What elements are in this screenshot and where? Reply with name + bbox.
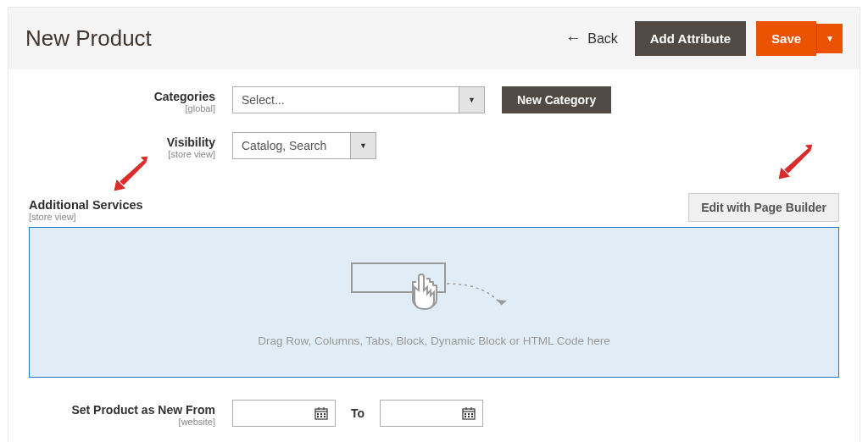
calendar-icon: [462, 406, 476, 420]
svg-rect-12: [317, 413, 319, 415]
svg-marker-5: [784, 145, 812, 174]
annotation-arrow-icon: [112, 154, 151, 193]
save-dropdown-button[interactable]: ▼: [816, 24, 843, 53]
categories-label: Categories: [29, 90, 215, 103]
svg-rect-16: [320, 416, 322, 417]
categories-select-toggle[interactable]: ▼: [459, 86, 485, 113]
annotation-arrow-icon: [776, 142, 815, 181]
back-label: Back: [587, 31, 618, 47]
page-title: New Product: [25, 25, 565, 52]
svg-rect-26: [468, 416, 470, 417]
svg-rect-14: [324, 413, 326, 415]
svg-rect-24: [471, 413, 473, 415]
chevron-down-icon: ▼: [468, 96, 476, 104]
additional-services-header: Additional Services [store view] Edit wi…: [29, 193, 839, 222]
date-to-picker-button[interactable]: [457, 406, 481, 420]
svg-rect-13: [320, 413, 322, 415]
date-from-input[interactable]: [233, 403, 309, 423]
additional-services-label-col: Additional Services [store view]: [29, 198, 143, 222]
chevron-down-icon: ▼: [359, 141, 367, 150]
date-to-input[interactable]: [381, 403, 457, 423]
additional-services-label: Additional Services: [29, 198, 143, 212]
set-new-label-col: Set Product as New From [website]: [29, 400, 232, 427]
back-button[interactable]: ← Back: [565, 30, 618, 47]
calendar-icon: [314, 406, 328, 420]
visibility-select[interactable]: Catalog, Search ▼: [232, 132, 376, 159]
set-new-row: Set Product as New From [website] To: [29, 400, 839, 427]
svg-rect-22: [465, 413, 466, 415]
categories-select-value: Select...: [232, 86, 459, 113]
date-to-field[interactable]: [380, 400, 483, 427]
chevron-down-icon: ▼: [826, 34, 834, 43]
svg-rect-17: [324, 416, 326, 417]
dropzone-hint: Drag Row, Columns, Tabs, Block, Dynamic …: [258, 334, 610, 347]
visibility-select-toggle[interactable]: ▼: [351, 132, 376, 159]
svg-rect-15: [317, 416, 319, 417]
date-from-picker-button[interactable]: [309, 406, 333, 420]
svg-marker-2: [120, 157, 147, 185]
svg-rect-25: [465, 416, 466, 417]
dropzone-illustration-icon: [345, 258, 523, 318]
svg-rect-27: [471, 416, 473, 417]
page-frame: New Product ← Back Add Attribute Save ▼ …: [8, 7, 860, 442]
arrow-left-icon: ←: [565, 30, 581, 47]
date-from-field[interactable]: [232, 400, 336, 427]
svg-marker-7: [496, 300, 507, 305]
categories-label-col: Categories [global]: [29, 86, 232, 113]
page-builder-dropzone[interactable]: Drag Row, Columns, Tabs, Block, Dynamic …: [29, 227, 839, 378]
form-body: Categories [global] Select... ▼ New Cate…: [8, 69, 860, 442]
categories-scope: [global]: [29, 103, 215, 113]
date-to-label: To: [351, 406, 364, 420]
additional-services-scope: [store view]: [29, 212, 143, 222]
page-header: New Product ← Back Add Attribute Save ▼: [8, 8, 860, 69]
add-attribute-button[interactable]: Add Attribute: [635, 21, 746, 56]
visibility-label: Visibility: [29, 135, 215, 149]
visibility-select-value: Catalog, Search: [232, 132, 351, 159]
set-new-label: Set Product as New From: [29, 403, 215, 417]
new-category-button[interactable]: New Category: [502, 86, 611, 113]
set-new-scope: [website]: [29, 417, 215, 427]
svg-rect-23: [468, 413, 470, 415]
save-button[interactable]: Save: [756, 21, 816, 56]
edit-page-builder-button[interactable]: Edit with Page Builder: [688, 193, 839, 222]
categories-row: Categories [global] Select... ▼ New Cate…: [29, 86, 839, 113]
categories-select[interactable]: Select... ▼: [232, 86, 485, 113]
